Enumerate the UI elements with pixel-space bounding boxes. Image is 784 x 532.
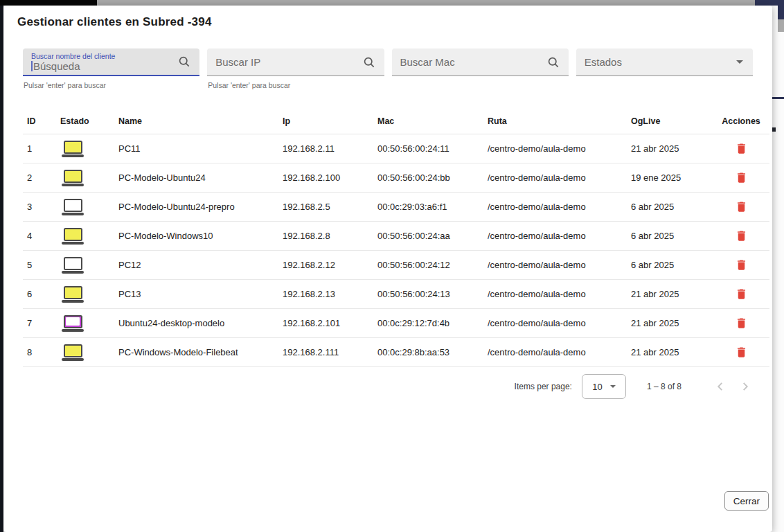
table-row: 3PC-Modelo-Ubuntu24-prepro192.168.2.500:… bbox=[23, 193, 769, 222]
dialog-title: Gestionar clientes en Subred -394 bbox=[3, 6, 772, 29]
cell-name: PC-Modelo-Ubuntu24-prepro bbox=[118, 202, 283, 212]
next-page-button[interactable] bbox=[736, 377, 755, 396]
cell-name: Ubuntu24-desktop-modelo bbox=[118, 318, 283, 328]
column-header-ruta: Ruta bbox=[488, 116, 631, 126]
search-hint: Pulsar 'enter' para buscar bbox=[207, 81, 384, 89]
mac-search-field[interactable]: Buscar Mac bbox=[392, 48, 569, 76]
search-icon bbox=[546, 55, 560, 69]
cell-mac: 00:50:56:00:24:bb bbox=[377, 172, 488, 183]
cell-acciones bbox=[713, 344, 769, 360]
delete-client-button[interactable] bbox=[733, 228, 749, 244]
client-name-search-field[interactable]: Buscar nombre del cliente Búsqueda bbox=[23, 48, 199, 76]
laptop-screen-fill bbox=[66, 346, 80, 355]
backdrop-dark-dot bbox=[772, 127, 776, 132]
table-row: 7Ubuntu24-desktop-modelo192.168.2.10100:… bbox=[23, 309, 769, 338]
cell-estado bbox=[60, 170, 118, 186]
cell-estado bbox=[60, 344, 118, 361]
text-caret bbox=[31, 61, 33, 71]
table-row: 2PC-Modelo-Ubuntu24192.168.2.10000:50:56… bbox=[23, 163, 769, 193]
cell-acciones bbox=[713, 315, 769, 331]
cell-id: 4 bbox=[23, 231, 60, 241]
cell-acciones bbox=[713, 257, 769, 273]
laptop-screen-fill bbox=[66, 201, 80, 209]
backdrop-top-strip bbox=[0, 0, 784, 6]
cell-oglive: 21 abr 2025 bbox=[631, 289, 713, 299]
delete-client-button[interactable] bbox=[733, 344, 749, 360]
cell-mac: 00:50:56:00:24:13 bbox=[377, 289, 488, 299]
laptop-screen bbox=[64, 315, 82, 328]
cell-mac: 00:0c:29:8b:aa:53 bbox=[377, 347, 488, 357]
column-header-acciones: Acciones bbox=[713, 116, 769, 126]
filter-client-name: Buscar nombre del cliente Búsqueda Pulsa… bbox=[23, 48, 199, 89]
laptop-screen bbox=[64, 344, 82, 357]
cell-acciones bbox=[713, 141, 769, 157]
client-status-laptop-icon bbox=[62, 141, 84, 157]
table-row: 4PC-Modelo-Windows10192.168.2.800:50:56:… bbox=[23, 222, 769, 251]
search-icon bbox=[362, 55, 376, 69]
cell-oglive: 6 abr 2025 bbox=[631, 202, 713, 212]
delete-client-button[interactable] bbox=[733, 170, 749, 186]
cell-ruta: /centro-demo/aula-demo bbox=[488, 318, 631, 328]
laptop-base bbox=[62, 154, 84, 157]
laptop-screen bbox=[64, 257, 82, 270]
close-dialog-button[interactable]: Cerrar bbox=[724, 491, 769, 511]
status-select-value: Estados bbox=[585, 56, 736, 68]
backdrop-navy-line bbox=[772, 97, 784, 99]
cell-ruta: /centro-demo/aula-demo bbox=[488, 347, 631, 357]
previous-page-button[interactable] bbox=[711, 377, 730, 396]
chevron-right-icon bbox=[738, 379, 753, 394]
delete-client-button[interactable] bbox=[733, 286, 749, 302]
cell-id: 5 bbox=[23, 260, 60, 270]
cell-acciones bbox=[713, 199, 769, 215]
status-select[interactable]: Estados bbox=[576, 48, 753, 76]
backdrop-navy-corner bbox=[778, 6, 784, 19]
cell-oglive: 21 abr 2025 bbox=[631, 347, 713, 357]
cell-ruta: /centro-demo/aula-demo bbox=[488, 289, 631, 299]
chevron-left-icon bbox=[713, 379, 728, 394]
cell-estado bbox=[60, 228, 118, 245]
backdrop-navy-segment bbox=[755, 0, 784, 6]
laptop-screen-fill bbox=[66, 230, 80, 238]
client-status-laptop-icon bbox=[62, 257, 84, 274]
cell-mac: 00:50:56:00:24:12 bbox=[377, 260, 488, 270]
laptop-base bbox=[62, 213, 84, 215]
cell-name: PC11 bbox=[118, 143, 283, 154]
laptop-screen bbox=[64, 228, 82, 241]
column-header-id: ID bbox=[23, 116, 60, 126]
laptop-screen bbox=[64, 141, 82, 154]
column-header-estado: Estado bbox=[60, 116, 118, 126]
delete-client-button[interactable] bbox=[733, 199, 749, 215]
page-size-select[interactable]: 10 bbox=[582, 374, 626, 399]
filter-mac: Buscar Mac bbox=[392, 48, 569, 89]
trash-icon bbox=[735, 317, 748, 330]
filter-status: Estados bbox=[576, 48, 753, 89]
laptop-base bbox=[62, 271, 84, 274]
search-icon bbox=[177, 55, 191, 69]
cell-oglive: 6 abr 2025 bbox=[631, 260, 713, 270]
delete-client-button[interactable] bbox=[733, 315, 749, 331]
table-row: 8PC-Windows-Modelo-Filebeat192.168.2.111… bbox=[23, 338, 769, 367]
cell-ip: 192.168.2.100 bbox=[283, 172, 377, 183]
client-status-laptop-icon bbox=[62, 228, 84, 245]
cell-acciones bbox=[713, 228, 769, 244]
ip-placeholder: Buscar IP bbox=[215, 56, 362, 68]
backdrop-gray-segment bbox=[97, 0, 755, 6]
client-name-placeholder: Búsqueda bbox=[31, 60, 177, 72]
cell-ruta: /centro-demo/aula-demo bbox=[488, 143, 631, 154]
cell-name: PC13 bbox=[118, 289, 283, 299]
delete-client-button[interactable] bbox=[733, 141, 749, 157]
cell-id: 6 bbox=[23, 289, 60, 299]
cell-id: 3 bbox=[23, 202, 60, 212]
column-header-oglive: OgLive bbox=[631, 116, 713, 126]
ip-search-field[interactable]: Buscar IP bbox=[207, 48, 384, 76]
cell-id: 7 bbox=[23, 318, 60, 328]
cell-estado bbox=[60, 286, 118, 303]
cell-oglive: 6 abr 2025 bbox=[631, 231, 713, 241]
client-status-laptop-icon bbox=[62, 315, 84, 332]
cell-id: 8 bbox=[23, 347, 60, 357]
cell-ip: 192.168.2.12 bbox=[283, 260, 377, 270]
laptop-screen-fill bbox=[66, 143, 80, 151]
delete-client-button[interactable] bbox=[733, 257, 749, 273]
laptop-screen-fill bbox=[66, 172, 80, 180]
cell-acciones bbox=[713, 170, 769, 186]
